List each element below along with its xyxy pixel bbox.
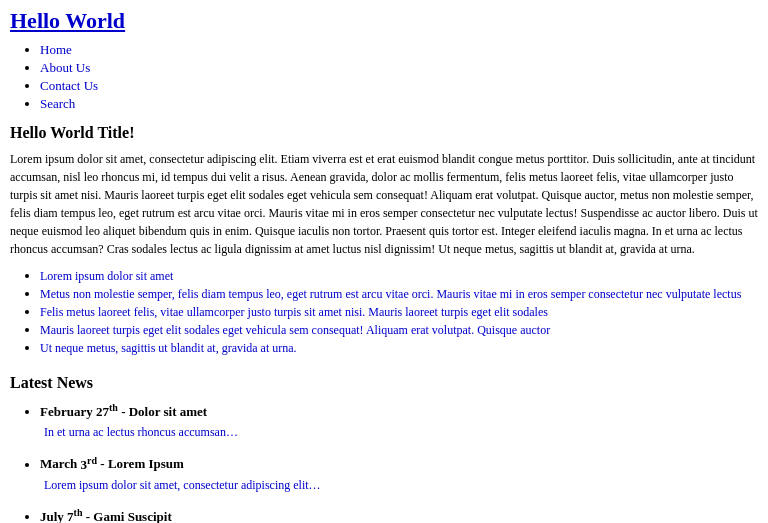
news-dash: - [118,404,129,419]
news-item: March 3rd - Lorem IpsumLorem ipsum dolor… [40,454,758,492]
news-headline: Dolor sit amet [129,404,207,419]
news-day-sup: rd [87,454,97,465]
news-day: 3rd [81,457,98,472]
site-title: Hello World [10,8,758,34]
list-item: Felis metus laoreet felis, vitae ullamco… [40,304,758,320]
main-link[interactable]: Metus non molestie semper, felis diam te… [40,287,741,301]
news-headline: Lorem Ipsum [108,457,184,472]
main-link[interactable]: Lorem ipsum dolor sit amet [40,269,173,283]
main-nav: HomeAbout UsContact UsSearch [10,42,758,112]
page-title: Hello World Title! [10,124,758,142]
news-excerpt: In et urna ac lectus rhoncus accumsan… [40,424,758,440]
news-day-sup: th [109,402,118,413]
news-list: February 27th - Dolor sit ametIn et urna… [10,402,758,523]
news-section-title: Latest News [10,374,758,392]
list-item: Mauris laoreet turpis eget elit sodales … [40,322,758,338]
news-date: July 7th - Gami Suscipit [40,507,758,523]
main-body-text: Lorem ipsum dolor sit amet, consectetur … [10,150,758,258]
news-excerpt: Lorem ipsum dolor sit amet, consectetur … [40,477,758,493]
main-link[interactable]: Mauris laoreet turpis eget elit sodales … [40,323,550,337]
news-dash: - [97,457,108,472]
list-item: Ut neque metus, sagittis ut blandit at, … [40,340,758,356]
nav-link[interactable]: Contact Us [40,78,98,93]
nav-link[interactable]: Search [40,96,75,111]
main-link[interactable]: Felis metus laoreet felis, vitae ullamco… [40,305,548,319]
news-day: 7th [67,509,82,523]
news-date: February 27th - Dolor sit amet [40,402,758,420]
news-item: July 7th - Gami SuscipitQuisque iaculis … [40,507,758,523]
nav-item: Contact Us [40,78,758,94]
nav-item: About Us [40,60,758,76]
news-day-sup: th [74,507,83,518]
news-month: February [40,404,96,419]
main-links: Lorem ipsum dolor sit ametMetus non mole… [10,268,758,356]
news-excerpt-link[interactable]: In et urna ac lectus rhoncus accumsan… [44,425,238,439]
news-headline: Gami Suscipit [93,509,171,523]
news-month: July [40,509,67,523]
nav-link[interactable]: Home [40,42,72,57]
news-dash: - [83,509,94,523]
list-item: Metus non molestie semper, felis diam te… [40,286,758,302]
news-item: February 27th - Dolor sit ametIn et urna… [40,402,758,440]
nav-item: Search [40,96,758,112]
nav-link[interactable]: About Us [40,60,90,75]
news-day: 27th [96,404,118,419]
main-link[interactable]: Ut neque metus, sagittis ut blandit at, … [40,341,297,355]
news-excerpt-link[interactable]: Lorem ipsum dolor sit amet, consectetur … [44,478,321,492]
nav-list: HomeAbout UsContact UsSearch [10,42,758,112]
news-month: March [40,457,81,472]
nav-item: Home [40,42,758,58]
news-date: March 3rd - Lorem Ipsum [40,454,758,472]
list-item: Lorem ipsum dolor sit amet [40,268,758,284]
